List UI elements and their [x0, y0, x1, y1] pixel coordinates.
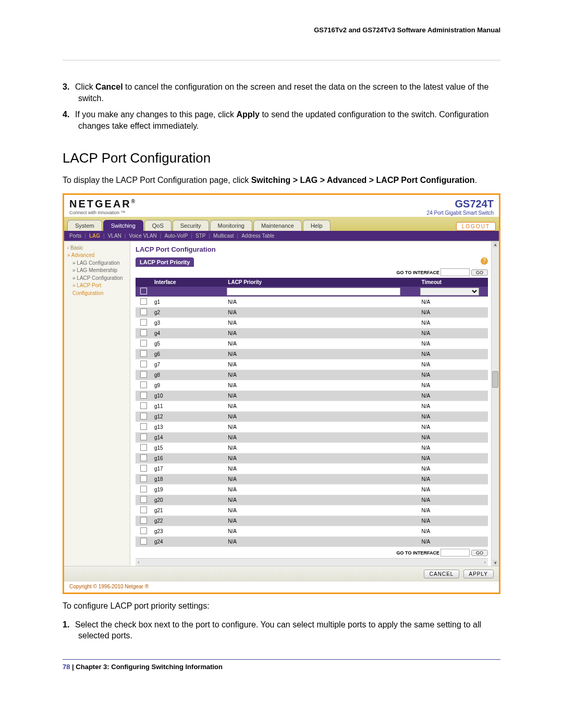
cell: g3	[151, 317, 225, 328]
horizontal-scrollbar[interactable]: ‹ ›	[136, 558, 488, 566]
scroll-thumb[interactable]	[492, 371, 498, 388]
cell: g14	[151, 432, 225, 442]
sidenav-item[interactable]: » LACP Configuration	[67, 275, 130, 282]
intro-text: To display the LACP Port Configuration p…	[63, 175, 500, 186]
goto-row-bottom: GO TO INTERFACE GO	[136, 547, 488, 558]
sidenav-item[interactable]: » LAG Membership	[67, 267, 130, 275]
table-row: g20N/AN/A	[136, 495, 488, 505]
sidenav-item[interactable]: » LAG Configuration	[67, 260, 130, 267]
row-checkbox[interactable]	[140, 319, 147, 326]
subnav-auto-voip[interactable]: Auto-VoIP	[164, 233, 188, 239]
row-checkbox[interactable]	[140, 486, 147, 492]
cell: N/A	[225, 515, 418, 526]
subnav-voice-vlan[interactable]: Voice VLAN	[129, 233, 156, 239]
sidenav-item[interactable]: » Advanced	[67, 252, 130, 260]
cell: g5	[151, 338, 225, 349]
tab-system[interactable]: System	[67, 220, 102, 231]
row-checkbox[interactable]	[140, 381, 147, 388]
filter-priority-input[interactable]	[227, 288, 400, 295]
cell: g4	[151, 328, 225, 338]
scroll-right-icon[interactable]: ›	[482, 559, 488, 566]
scroll-up-icon[interactable]: ▴	[493, 241, 498, 248]
row-checkbox[interactable]	[140, 517, 147, 524]
cell: N/A	[418, 432, 488, 442]
table-row: g9N/AN/A	[136, 380, 488, 390]
table-row: g21N/AN/A	[136, 505, 488, 515]
row-checkbox[interactable]	[140, 298, 147, 305]
sidenav-item[interactable]: › Basic	[67, 244, 130, 252]
subnav-stp[interactable]: STP	[195, 233, 205, 239]
row-checkbox[interactable]	[140, 538, 147, 545]
scroll-left-icon[interactable]: ‹	[136, 559, 142, 566]
cell: N/A	[418, 328, 488, 338]
subnav-multicast[interactable]: Multicast	[213, 233, 234, 239]
cell: N/A	[418, 307, 488, 317]
cell: N/A	[225, 369, 418, 380]
row-checkbox[interactable]	[140, 402, 147, 409]
brand-tagline: Connect with Innovation ™	[69, 210, 135, 215]
cell: N/A	[225, 297, 418, 307]
table-row: g11N/AN/A	[136, 401, 488, 411]
brand-logo: NETGEAR®	[69, 198, 135, 210]
vertical-scrollbar[interactable]: ▴ ▾	[491, 241, 499, 566]
logout-button[interactable]: LOGOUT	[456, 222, 496, 231]
subnav-address-table[interactable]: Address Table	[241, 233, 274, 239]
go-button-top[interactable]: GO	[471, 269, 488, 276]
col-header: LACP Priority	[225, 278, 418, 287]
subnav-lag[interactable]: LAG	[89, 233, 100, 239]
row-checkbox[interactable]	[140, 475, 147, 482]
row-checkbox[interactable]	[140, 309, 147, 315]
cell: N/A	[418, 474, 488, 484]
cell: N/A	[418, 536, 488, 547]
col-header: Timeout	[418, 278, 488, 287]
help-icon[interactable]: ?	[481, 257, 488, 265]
row-checkbox[interactable]	[140, 413, 147, 419]
tab-help[interactable]: Help	[303, 220, 331, 231]
cell: N/A	[418, 317, 488, 328]
row-checkbox[interactable]	[140, 361, 147, 367]
row-checkbox[interactable]	[140, 496, 147, 503]
row-checkbox[interactable]	[140, 350, 147, 357]
cell: g21	[151, 505, 225, 515]
subnav-vlan[interactable]: VLAN	[108, 233, 121, 239]
panel-title: LACP Port Configuration	[136, 245, 488, 253]
row-checkbox[interactable]	[140, 329, 147, 336]
goto-input-top[interactable]	[440, 268, 470, 276]
cell: N/A	[418, 442, 488, 453]
filter-row	[136, 287, 488, 297]
row-checkbox[interactable]	[140, 465, 147, 472]
row-checkbox[interactable]	[140, 527, 147, 534]
apply-button[interactable]: APPLY	[463, 570, 494, 578]
goto-input-bottom[interactable]	[440, 549, 470, 557]
tab-maintenance[interactable]: Maintenance	[253, 220, 302, 231]
row-checkbox[interactable]	[140, 392, 147, 399]
sidenav-item[interactable]: » LACP Port Configuration	[67, 282, 130, 297]
row-checkbox[interactable]	[140, 444, 147, 451]
row-checkbox[interactable]	[140, 434, 147, 440]
scroll-down-icon[interactable]: ▾	[493, 560, 498, 566]
cell: N/A	[225, 328, 418, 338]
row-checkbox[interactable]	[140, 340, 147, 347]
tab-qos[interactable]: QoS	[144, 220, 172, 231]
select-all-checkbox[interactable]	[140, 288, 147, 294]
tab-security[interactable]: Security	[173, 220, 209, 231]
goto-row-top: GO TO INTERFACE GO	[136, 267, 488, 278]
tab-monitoring[interactable]: Monitoring	[210, 220, 252, 231]
cancel-button[interactable]: CANCEL	[424, 570, 460, 578]
subnav-ports[interactable]: Ports	[69, 233, 81, 239]
go-button-bottom[interactable]: GO	[471, 550, 488, 556]
table-row: g22N/AN/A	[136, 515, 488, 526]
table-row: g23N/AN/A	[136, 526, 488, 536]
copyright: Copyright © 1996-2010 Netgear ®	[64, 582, 499, 593]
row-checkbox[interactable]	[140, 423, 147, 430]
after-shot-text: To configure LACP port priority settings…	[63, 600, 500, 612]
col-header: Interface	[151, 278, 225, 287]
row-checkbox[interactable]	[140, 507, 147, 513]
row-checkbox[interactable]	[140, 371, 147, 378]
table-row: g12N/AN/A	[136, 411, 488, 422]
table-row: g18N/AN/A	[136, 474, 488, 484]
tab-switching[interactable]: Switching	[103, 220, 143, 231]
row-checkbox[interactable]	[140, 454, 147, 461]
filter-timeout-select[interactable]	[420, 288, 479, 295]
cell: N/A	[418, 411, 488, 422]
